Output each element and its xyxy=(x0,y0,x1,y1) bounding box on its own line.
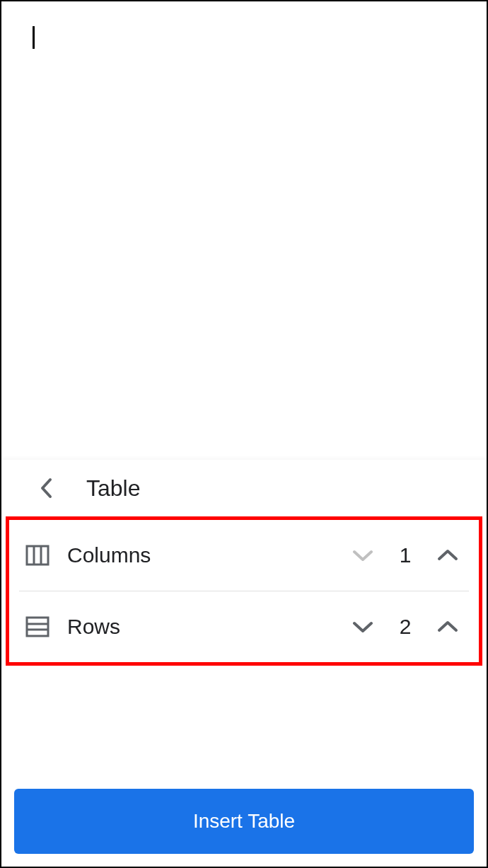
highlight-annotation: Columns 1 xyxy=(6,516,482,666)
chevron-down-icon xyxy=(352,620,373,633)
rows-icon xyxy=(25,614,50,640)
columns-increment-button[interactable] xyxy=(434,541,462,569)
columns-row: Columns 1 xyxy=(19,520,469,591)
panel-header: Table xyxy=(1,460,487,516)
rows-increment-button[interactable] xyxy=(434,613,462,641)
svg-rect-0 xyxy=(27,546,48,565)
columns-icon xyxy=(25,543,50,568)
rows-label: Rows xyxy=(67,615,332,639)
insert-table-button[interactable]: Insert Table xyxy=(14,789,474,854)
chevron-down-icon xyxy=(352,549,373,562)
columns-label: Columns xyxy=(67,543,332,567)
rows-value: 2 xyxy=(397,615,414,639)
rows-row: Rows 2 xyxy=(19,591,469,662)
svg-rect-3 xyxy=(27,618,48,636)
columns-stepper: 1 xyxy=(349,541,462,569)
text-cursor xyxy=(33,26,35,49)
table-insert-panel: Table Columns 1 xyxy=(1,460,487,867)
panel-title: Table xyxy=(86,475,141,502)
columns-value: 1 xyxy=(397,543,414,567)
columns-decrement-button[interactable] xyxy=(349,541,377,569)
rows-stepper: 2 xyxy=(349,613,462,641)
rows-decrement-button[interactable] xyxy=(349,613,377,641)
chevron-left-icon xyxy=(40,477,54,499)
document-editor-area[interactable] xyxy=(1,1,487,460)
chevron-up-icon xyxy=(437,549,458,562)
back-button[interactable] xyxy=(33,474,61,502)
chevron-up-icon xyxy=(437,620,458,633)
